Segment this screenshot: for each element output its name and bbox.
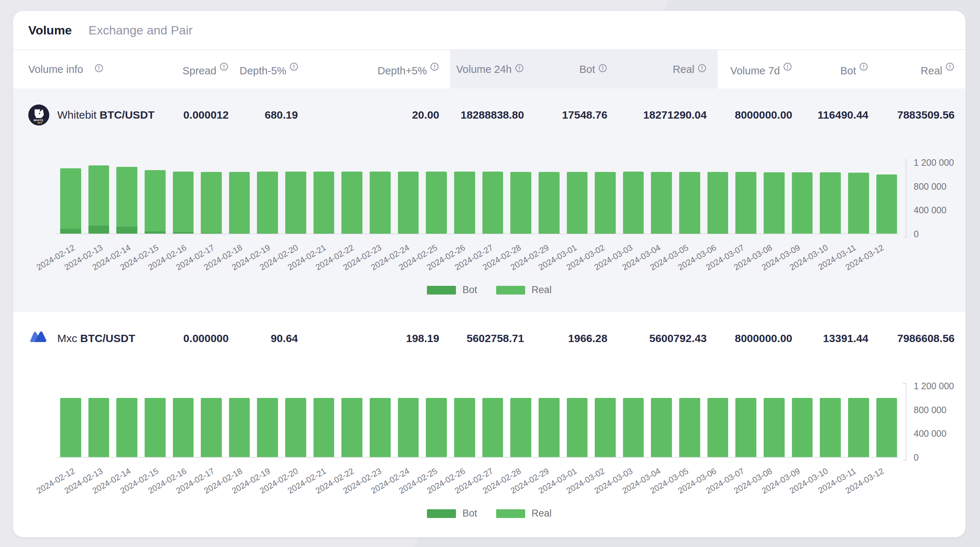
bar-2024-03-05[interactable] xyxy=(679,386,700,458)
bar-2024-02-29[interactable] xyxy=(539,386,560,458)
info-icon[interactable] xyxy=(515,64,524,75)
table-row[interactable]: Mxc BTC/USDT 0.000000 90.64 198.19 56027… xyxy=(13,312,966,365)
pair-cell-mxc: Mxc BTC/USDT xyxy=(13,328,154,349)
legend-item-bot[interactable]: Bot xyxy=(427,284,477,296)
x-axis-line xyxy=(57,457,899,458)
bar-2024-02-24[interactable] xyxy=(398,386,419,458)
chart-bars xyxy=(60,386,897,458)
header-volume-7d: Volume 7d xyxy=(718,62,803,77)
bar-2024-02-25[interactable] xyxy=(426,163,447,234)
info-icon[interactable] xyxy=(945,62,955,74)
bar-2024-02-28[interactable] xyxy=(510,386,531,458)
bar-2024-03-10[interactable] xyxy=(820,163,841,234)
bar-2024-02-13[interactable] xyxy=(88,386,110,458)
bar-2024-02-20[interactable] xyxy=(285,386,306,458)
info-icon[interactable] xyxy=(430,62,439,74)
info-icon[interactable] xyxy=(783,62,792,74)
header-bot-24h: Bot xyxy=(535,50,618,89)
bar-2024-02-12[interactable] xyxy=(60,386,81,458)
bar-2024-03-09[interactable] xyxy=(792,386,813,458)
y-tick-label: 800 000 xyxy=(914,405,946,415)
bar-2024-02-29[interactable] xyxy=(539,163,560,234)
bar-2024-02-18[interactable] xyxy=(229,163,250,234)
bar-2024-03-02[interactable] xyxy=(595,163,616,234)
chart-legend: Bot Real xyxy=(13,284,966,296)
header-depth-plus-5: Depth+5% xyxy=(309,62,450,77)
title-row: Volume Exchange and Pair xyxy=(13,11,966,50)
bar-2024-03-04[interactable] xyxy=(651,386,672,458)
bar-2024-03-03[interactable] xyxy=(623,386,644,458)
bar-2024-02-27[interactable] xyxy=(482,386,503,458)
bar-2024-02-19[interactable] xyxy=(257,386,278,458)
bar-2024-02-15[interactable] xyxy=(145,386,165,458)
bar-2024-03-08[interactable] xyxy=(764,386,785,458)
bar-2024-02-24[interactable] xyxy=(398,163,419,234)
bar-2024-02-27[interactable] xyxy=(482,163,503,234)
bar-2024-02-26[interactable] xyxy=(454,163,475,234)
bar-2024-02-23[interactable] xyxy=(370,163,391,234)
info-icon[interactable] xyxy=(859,62,869,74)
pair-cell-whitebit: WHITE BIT Whitebit BTC/USDT xyxy=(13,104,154,126)
table-row[interactable]: WHITE BIT Whitebit BTC/USDT 0.000012 680… xyxy=(13,89,966,142)
bar-2024-02-19[interactable] xyxy=(257,163,278,234)
info-icon[interactable] xyxy=(697,64,707,75)
legend-item-real[interactable]: Real xyxy=(496,508,552,519)
bar-2024-03-08[interactable] xyxy=(764,163,785,234)
info-icon[interactable] xyxy=(598,64,608,75)
bar-2024-02-22[interactable] xyxy=(341,163,363,234)
bar-2024-03-04[interactable] xyxy=(651,163,672,234)
volume-7d-value: 8000000.00 xyxy=(718,332,803,344)
bar-2024-02-22[interactable] xyxy=(341,386,363,458)
row-section-whitebit: WHITE BIT Whitebit BTC/USDT 0.000012 680… xyxy=(13,89,966,312)
bar-2024-02-21[interactable] xyxy=(313,386,334,458)
header-spread: Spread xyxy=(154,62,240,77)
bot-swatch-icon xyxy=(427,509,456,518)
bar-2024-03-03[interactable] xyxy=(623,163,644,234)
bar-2024-02-26[interactable] xyxy=(454,386,475,458)
bar-2024-03-07[interactable] xyxy=(735,163,756,234)
y-tick-label: 0 xyxy=(914,452,919,463)
bar-2024-03-06[interactable] xyxy=(708,163,729,234)
tab-volume[interactable]: Volume xyxy=(28,23,72,37)
bar-2024-03-12[interactable] xyxy=(877,386,897,458)
bar-2024-03-05[interactable] xyxy=(679,163,700,234)
bar-2024-03-12[interactable] xyxy=(877,163,897,234)
bar-2024-03-01[interactable] xyxy=(567,163,588,234)
bar-2024-03-01[interactable] xyxy=(567,386,588,458)
bar-2024-03-07[interactable] xyxy=(735,386,756,458)
bar-2024-02-14[interactable] xyxy=(116,386,137,458)
bar-2024-02-16[interactable] xyxy=(173,386,194,458)
bar-2024-03-02[interactable] xyxy=(595,386,616,458)
info-icon[interactable] xyxy=(289,62,299,74)
bar-2024-02-28[interactable] xyxy=(510,163,531,234)
legend-item-real[interactable]: Real xyxy=(496,284,552,296)
bar-2024-02-15[interactable] xyxy=(145,163,165,234)
bar-2024-03-10[interactable] xyxy=(820,386,841,458)
bar-2024-02-17[interactable] xyxy=(201,386,222,458)
row-section-mxc: Mxc BTC/USDT 0.000000 90.64 198.19 56027… xyxy=(13,312,966,536)
bar-2024-02-16[interactable] xyxy=(173,163,194,234)
bar-2024-02-23[interactable] xyxy=(370,386,391,458)
bar-2024-03-11[interactable] xyxy=(848,386,869,458)
bar-2024-02-18[interactable] xyxy=(229,386,250,458)
real-24h-value: 5600792.43 xyxy=(618,332,718,344)
bar-2024-02-25[interactable] xyxy=(426,386,447,458)
bar-2024-03-11[interactable] xyxy=(848,163,869,234)
bar-2024-02-13[interactable] xyxy=(88,163,110,234)
bar-2024-02-12[interactable] xyxy=(60,163,81,234)
bar-2024-02-17[interactable] xyxy=(201,163,222,234)
info-icon[interactable] xyxy=(94,64,103,75)
x-axis-labels: 2024-02-122024-02-132024-02-142024-02-15… xyxy=(60,462,897,510)
bar-2024-02-20[interactable] xyxy=(285,163,306,234)
legend-item-bot[interactable]: Bot xyxy=(427,508,477,519)
info-icon[interactable] xyxy=(219,62,229,74)
tab-exchange-and-pair[interactable]: Exchange and Pair xyxy=(88,23,192,37)
mexc-logo-icon xyxy=(28,328,49,349)
bar-2024-03-09[interactable] xyxy=(792,163,813,234)
volume-bar-chart-whitebit: 1 200 000800 000400 0000 2024-02-122024-… xyxy=(13,142,966,312)
bar-2024-02-14[interactable] xyxy=(116,163,137,234)
real-swatch-icon xyxy=(496,286,525,295)
bar-2024-02-21[interactable] xyxy=(313,163,334,234)
header-bot-7d: Bot xyxy=(803,62,879,77)
bar-2024-03-06[interactable] xyxy=(708,386,729,458)
